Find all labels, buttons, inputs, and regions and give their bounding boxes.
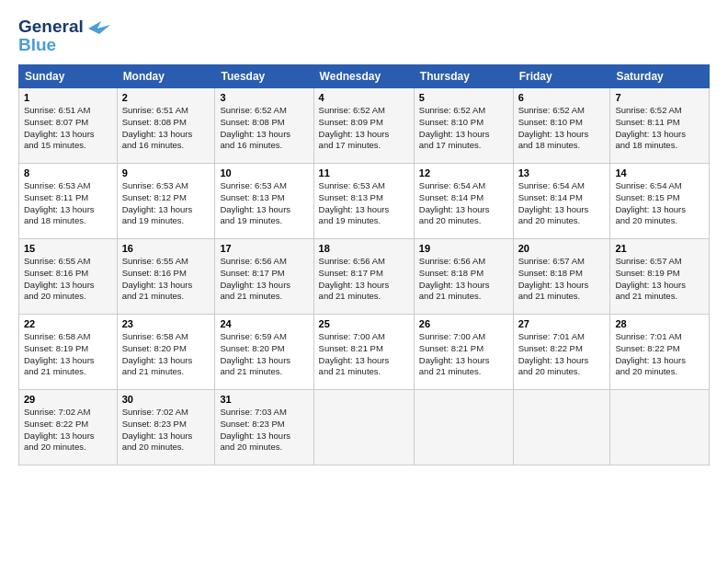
bird-icon bbox=[88, 21, 110, 36]
day-info: Sunrise: 7:01 AM Sunset: 8:22 PM Dayligh… bbox=[615, 331, 704, 378]
calendar-cell: 8Sunrise: 6:53 AM Sunset: 8:11 PM Daylig… bbox=[19, 164, 118, 239]
day-number: 1 bbox=[24, 92, 112, 103]
logo: General Blue bbox=[18, 17, 110, 55]
calendar-cell: 30Sunrise: 7:02 AM Sunset: 8:23 PM Dayli… bbox=[117, 390, 215, 465]
day-info: Sunrise: 6:56 AM Sunset: 8:17 PM Dayligh… bbox=[319, 256, 409, 303]
day-info: Sunrise: 6:53 AM Sunset: 8:13 PM Dayligh… bbox=[319, 180, 409, 227]
calendar-cell: 26Sunrise: 7:00 AM Sunset: 8:21 PM Dayli… bbox=[414, 315, 513, 390]
day-number: 21 bbox=[615, 243, 704, 254]
day-number: 27 bbox=[518, 318, 606, 329]
calendar-cell: 14Sunrise: 6:54 AM Sunset: 8:15 PM Dayli… bbox=[610, 164, 710, 239]
day-info: Sunrise: 6:53 AM Sunset: 8:13 PM Dayligh… bbox=[220, 180, 308, 227]
weekday-header-friday: Friday bbox=[513, 65, 610, 88]
day-info: Sunrise: 7:00 AM Sunset: 8:21 PM Dayligh… bbox=[419, 331, 508, 378]
svg-marker-0 bbox=[88, 21, 110, 34]
day-number: 16 bbox=[122, 243, 210, 254]
calendar-cell: 11Sunrise: 6:53 AM Sunset: 8:13 PM Dayli… bbox=[313, 164, 414, 239]
weekday-header-saturday: Saturday bbox=[610, 65, 710, 88]
day-info: Sunrise: 7:00 AM Sunset: 8:21 PM Dayligh… bbox=[319, 331, 409, 378]
calendar-cell: 23Sunrise: 6:58 AM Sunset: 8:20 PM Dayli… bbox=[117, 315, 215, 390]
day-number: 29 bbox=[24, 394, 112, 405]
calendar-cell: 3Sunrise: 6:52 AM Sunset: 8:08 PM Daylig… bbox=[215, 88, 313, 164]
day-info: Sunrise: 6:51 AM Sunset: 8:07 PM Dayligh… bbox=[24, 105, 112, 152]
day-number: 12 bbox=[419, 167, 508, 178]
weekday-header-monday: Monday bbox=[117, 65, 215, 88]
day-info: Sunrise: 7:01 AM Sunset: 8:22 PM Dayligh… bbox=[518, 331, 606, 378]
calendar-cell: 1Sunrise: 6:51 AM Sunset: 8:07 PM Daylig… bbox=[19, 88, 118, 164]
calendar-cell: 15Sunrise: 6:55 AM Sunset: 8:16 PM Dayli… bbox=[19, 239, 118, 315]
calendar-cell: 28Sunrise: 7:01 AM Sunset: 8:22 PM Dayli… bbox=[610, 315, 710, 390]
calendar-cell: 10Sunrise: 6:53 AM Sunset: 8:13 PM Dayli… bbox=[215, 164, 313, 239]
day-info: Sunrise: 6:59 AM Sunset: 8:20 PM Dayligh… bbox=[220, 331, 308, 378]
day-info: Sunrise: 6:51 AM Sunset: 8:08 PM Dayligh… bbox=[122, 105, 210, 152]
day-info: Sunrise: 6:58 AM Sunset: 8:19 PM Dayligh… bbox=[24, 331, 112, 378]
day-info: Sunrise: 6:57 AM Sunset: 8:18 PM Dayligh… bbox=[518, 256, 606, 303]
day-info: Sunrise: 6:52 AM Sunset: 8:11 PM Dayligh… bbox=[615, 105, 704, 152]
day-number: 28 bbox=[615, 318, 704, 329]
day-number: 4 bbox=[319, 92, 409, 103]
day-info: Sunrise: 6:53 AM Sunset: 8:12 PM Dayligh… bbox=[122, 180, 210, 227]
week-row-3: 22Sunrise: 6:58 AM Sunset: 8:19 PM Dayli… bbox=[19, 315, 710, 390]
day-number: 14 bbox=[615, 167, 704, 178]
day-info: Sunrise: 6:52 AM Sunset: 8:10 PM Dayligh… bbox=[518, 105, 606, 152]
calendar-body: 1Sunrise: 6:51 AM Sunset: 8:07 PM Daylig… bbox=[19, 88, 710, 465]
day-number: 13 bbox=[518, 167, 606, 178]
calendar-cell: 4Sunrise: 6:52 AM Sunset: 8:09 PM Daylig… bbox=[313, 88, 414, 164]
day-info: Sunrise: 6:58 AM Sunset: 8:20 PM Dayligh… bbox=[122, 331, 210, 378]
week-row-0: 1Sunrise: 6:51 AM Sunset: 8:07 PM Daylig… bbox=[19, 88, 710, 164]
day-number: 19 bbox=[419, 243, 508, 254]
day-number: 23 bbox=[122, 318, 210, 329]
day-number: 20 bbox=[518, 243, 606, 254]
day-info: Sunrise: 6:54 AM Sunset: 8:15 PM Dayligh… bbox=[615, 180, 704, 227]
calendar-cell bbox=[313, 390, 414, 465]
day-number: 6 bbox=[518, 92, 606, 103]
calendar-cell: 7Sunrise: 6:52 AM Sunset: 8:11 PM Daylig… bbox=[610, 88, 710, 164]
day-number: 2 bbox=[122, 92, 210, 103]
day-info: Sunrise: 6:54 AM Sunset: 8:14 PM Dayligh… bbox=[419, 180, 508, 227]
weekday-header-row: SundayMondayTuesdayWednesdayThursdayFrid… bbox=[19, 65, 710, 88]
day-info: Sunrise: 7:02 AM Sunset: 8:23 PM Dayligh… bbox=[122, 407, 210, 454]
calendar-cell: 6Sunrise: 6:52 AM Sunset: 8:10 PM Daylig… bbox=[513, 88, 610, 164]
day-info: Sunrise: 6:57 AM Sunset: 8:19 PM Dayligh… bbox=[615, 256, 704, 303]
calendar-cell: 9Sunrise: 6:53 AM Sunset: 8:12 PM Daylig… bbox=[117, 164, 215, 239]
weekday-header-wednesday: Wednesday bbox=[313, 65, 414, 88]
day-number: 10 bbox=[220, 167, 308, 178]
day-info: Sunrise: 6:53 AM Sunset: 8:11 PM Dayligh… bbox=[24, 180, 112, 227]
day-info: Sunrise: 7:03 AM Sunset: 8:23 PM Dayligh… bbox=[220, 407, 308, 454]
header-row: General Blue bbox=[18, 17, 710, 55]
day-number: 22 bbox=[24, 318, 112, 329]
day-number: 31 bbox=[220, 394, 308, 405]
day-info: Sunrise: 6:55 AM Sunset: 8:16 PM Dayligh… bbox=[24, 256, 112, 303]
page: General Blue SundayMondayTuesdayWednesda… bbox=[0, 0, 728, 475]
day-number: 30 bbox=[122, 394, 210, 405]
calendar-cell bbox=[513, 390, 610, 465]
calendar-cell: 20Sunrise: 6:57 AM Sunset: 8:18 PM Dayli… bbox=[513, 239, 610, 315]
weekday-header-thursday: Thursday bbox=[414, 65, 513, 88]
day-info: Sunrise: 6:55 AM Sunset: 8:16 PM Dayligh… bbox=[122, 256, 210, 303]
calendar-cell: 18Sunrise: 6:56 AM Sunset: 8:17 PM Dayli… bbox=[313, 239, 414, 315]
calendar-cell: 27Sunrise: 7:01 AM Sunset: 8:22 PM Dayli… bbox=[513, 315, 610, 390]
calendar-table: SundayMondayTuesdayWednesdayThursdayFrid… bbox=[18, 64, 710, 465]
week-row-4: 29Sunrise: 7:02 AM Sunset: 8:22 PM Dayli… bbox=[19, 390, 710, 465]
calendar-cell: 13Sunrise: 6:54 AM Sunset: 8:14 PM Dayli… bbox=[513, 164, 610, 239]
weekday-header-tuesday: Tuesday bbox=[215, 65, 313, 88]
calendar-cell: 12Sunrise: 6:54 AM Sunset: 8:14 PM Dayli… bbox=[414, 164, 513, 239]
day-number: 11 bbox=[319, 167, 409, 178]
calendar-cell: 16Sunrise: 6:55 AM Sunset: 8:16 PM Dayli… bbox=[117, 239, 215, 315]
calendar-cell: 29Sunrise: 7:02 AM Sunset: 8:22 PM Dayli… bbox=[19, 390, 118, 465]
calendar-cell: 21Sunrise: 6:57 AM Sunset: 8:19 PM Dayli… bbox=[610, 239, 710, 315]
day-info: Sunrise: 6:52 AM Sunset: 8:09 PM Dayligh… bbox=[319, 105, 409, 152]
day-info: Sunrise: 6:54 AM Sunset: 8:14 PM Dayligh… bbox=[518, 180, 606, 227]
day-number: 7 bbox=[615, 92, 704, 103]
calendar-cell: 2Sunrise: 6:51 AM Sunset: 8:08 PM Daylig… bbox=[117, 88, 215, 164]
day-info: Sunrise: 6:56 AM Sunset: 8:18 PM Dayligh… bbox=[419, 256, 508, 303]
day-number: 25 bbox=[319, 318, 409, 329]
week-row-2: 15Sunrise: 6:55 AM Sunset: 8:16 PM Dayli… bbox=[19, 239, 710, 315]
day-number: 26 bbox=[419, 318, 508, 329]
calendar-cell bbox=[610, 390, 710, 465]
day-info: Sunrise: 6:52 AM Sunset: 8:10 PM Dayligh… bbox=[419, 105, 508, 152]
day-info: Sunrise: 7:02 AM Sunset: 8:22 PM Dayligh… bbox=[24, 407, 112, 454]
week-row-1: 8Sunrise: 6:53 AM Sunset: 8:11 PM Daylig… bbox=[19, 164, 710, 239]
day-number: 15 bbox=[24, 243, 112, 254]
calendar-cell: 24Sunrise: 6:59 AM Sunset: 8:20 PM Dayli… bbox=[215, 315, 313, 390]
